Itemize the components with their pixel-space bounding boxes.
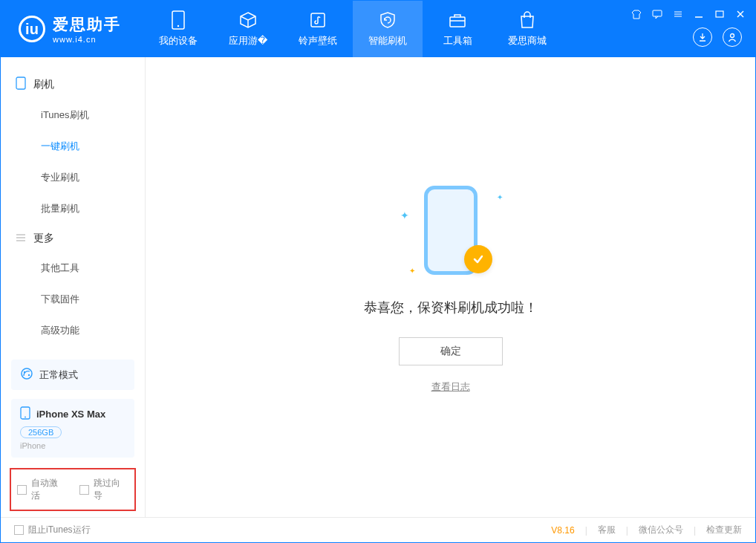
mode-icon <box>20 367 33 383</box>
sidebar-group-flash[interactable]: 刷机 <box>1 69 145 100</box>
app-title: 爱思助手 <box>53 14 121 35</box>
status-link-update[interactable]: 检查更新 <box>706 524 742 536</box>
maximize-button[interactable] <box>714 8 726 20</box>
checkbox-label: 跳过向导 <box>94 477 128 502</box>
svg-rect-10 <box>716 11 723 17</box>
nav-label: 智能刷机 <box>368 34 407 48</box>
mode-box[interactable]: 正常模式 <box>11 360 134 390</box>
check-badge-icon <box>464 245 492 273</box>
nav-ringtones-wallpapers[interactable]: 铃声壁纸 <box>283 1 353 57</box>
sidebar-item-pro-flash[interactable]: 专业刷机 <box>1 162 145 193</box>
status-link-support[interactable]: 客服 <box>598 524 616 536</box>
sidebar-group-title: 更多 <box>33 232 54 245</box>
sidebar-item-one-click-flash[interactable]: 一键刷机 <box>1 131 145 162</box>
status-link-wechat[interactable]: 微信公众号 <box>639 524 683 536</box>
nav-toolbox[interactable]: 工具箱 <box>423 1 492 57</box>
minimize-button[interactable] <box>693 8 705 20</box>
sidebar-item-other-tools[interactable]: 其他工具 <box>1 253 145 284</box>
app-window: iu 爱思助手 www.i4.cn 我的设备 应用游� <box>0 0 756 543</box>
divider: | <box>626 525 628 536</box>
nav-label: 我的设备 <box>159 34 198 48</box>
svg-point-1 <box>177 25 179 27</box>
nav-my-device[interactable]: 我的设备 <box>143 1 213 57</box>
header-actions <box>693 27 742 47</box>
sidebar-item-download-firmware[interactable]: 下载固件 <box>1 284 145 315</box>
cube-icon <box>238 10 258 30</box>
app-logo-icon: iu <box>19 16 45 42</box>
checkbox-icon <box>14 525 24 535</box>
divider: | <box>585 525 587 536</box>
logo-block: iu 爱思助手 www.i4.cn <box>1 14 143 44</box>
sidebar-group-more[interactable]: 更多 <box>1 224 145 253</box>
device-name: iPhone XS Max <box>36 409 105 420</box>
checkbox-label: 自动激活 <box>31 477 66 502</box>
svg-point-18 <box>22 368 32 379</box>
device-box[interactable]: iPhone XS Max 256GB iPhone <box>11 399 134 458</box>
refresh-shield-icon <box>378 10 397 30</box>
device-icon <box>172 10 185 30</box>
title-bar: iu 爱思助手 www.i4.cn 我的设备 应用游� <box>1 1 755 57</box>
nav-label: 铃声壁纸 <box>299 34 337 48</box>
more-lines-icon <box>16 233 26 245</box>
skip-guide-checkbox[interactable]: 跳过向导 <box>79 477 128 502</box>
mode-label: 正常模式 <box>39 368 78 382</box>
checkbox-icon <box>17 485 27 495</box>
block-itunes-checkbox[interactable]: 阻止iTunes运行 <box>14 524 91 536</box>
device-capacity: 256GB <box>20 426 62 438</box>
success-message: 恭喜您，保资料刷机成功啦！ <box>364 299 538 316</box>
sparkle-icon: ✦ <box>400 209 409 221</box>
nav-bar: 我的设备 应用游� 铃声壁纸 智能刷机 <box>143 1 562 57</box>
toolbox-icon <box>448 10 467 30</box>
svg-rect-5 <box>653 10 662 16</box>
nav-label: 工具箱 <box>443 34 472 48</box>
auto-activate-checkbox[interactable]: 自动激活 <box>17 477 66 502</box>
divider: | <box>694 525 696 536</box>
svg-rect-14 <box>16 77 25 89</box>
checkbox-label: 阻止iTunes运行 <box>28 524 91 536</box>
user-icon[interactable] <box>723 27 742 47</box>
sidebar-group-title: 刷机 <box>33 78 54 91</box>
close-button[interactable] <box>734 8 746 20</box>
phone-outline-icon <box>16 77 26 92</box>
svg-point-22 <box>25 417 26 418</box>
shopping-bag-icon <box>519 10 535 30</box>
nav-smart-flash[interactable]: 智能刷机 <box>353 1 423 57</box>
downloads-icon[interactable] <box>693 27 712 47</box>
nav-label: 爱思商城 <box>508 34 547 48</box>
main-content: ✦ ✦ ✦ 恭喜您，保资料刷机成功啦！ 确定 查看日志 <box>146 57 755 517</box>
sparkle-icon: ✦ <box>409 267 415 275</box>
window-controls <box>630 8 746 20</box>
sidebar-item-advanced[interactable]: 高级功能 <box>1 315 145 346</box>
ok-button[interactable]: 确定 <box>399 337 503 365</box>
highlighted-options: 自动激活 跳过向导 <box>10 468 136 511</box>
nav-apps-games[interactable]: 应用游� <box>213 1 283 57</box>
svg-point-20 <box>28 374 30 376</box>
skin-icon[interactable] <box>630 8 642 20</box>
nav-store[interactable]: 爱思商城 <box>492 1 562 57</box>
svg-point-13 <box>731 34 734 38</box>
app-url: www.i4.cn <box>53 35 121 44</box>
feedback-icon[interactable] <box>651 8 663 20</box>
sidebar-item-itunes-flash[interactable]: iTunes刷机 <box>1 100 145 131</box>
svg-rect-3 <box>450 17 465 27</box>
music-note-icon <box>309 10 327 30</box>
success-illustration: ✦ ✦ ✦ <box>391 181 510 285</box>
sidebar: 刷机 iTunes刷机 一键刷机 专业刷机 批量刷机 更多 其他工具 下载固件 … <box>1 57 146 517</box>
device-type: iPhone <box>20 441 126 450</box>
device-icon <box>20 406 30 422</box>
body: 刷机 iTunes刷机 一键刷机 专业刷机 批量刷机 更多 其他工具 下载固件 … <box>1 57 755 517</box>
version-label: V8.16 <box>551 525 574 536</box>
sidebar-item-batch-flash[interactable]: 批量刷机 <box>1 193 145 224</box>
sparkle-icon: ✦ <box>497 193 503 201</box>
view-log-link[interactable]: 查看日志 <box>431 380 470 394</box>
menu-icon[interactable] <box>672 8 684 20</box>
status-bar: 阻止iTunes运行 V8.16 | 客服 | 微信公众号 | 检查更新 <box>1 517 755 542</box>
nav-label: 应用游� <box>229 34 267 48</box>
checkbox-icon <box>79 485 89 495</box>
